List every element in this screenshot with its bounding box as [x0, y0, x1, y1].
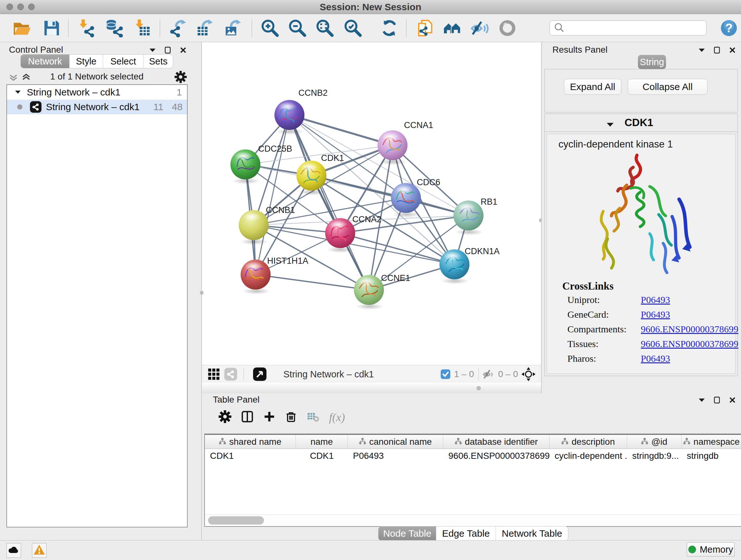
table-options-gear-icon[interactable]	[219, 410, 231, 424]
export-table-icon[interactable]	[195, 18, 214, 38]
network-node[interactable]: CCNB2	[274, 88, 328, 135]
zoom-selected-icon[interactable]	[343, 18, 362, 38]
search-box[interactable]	[549, 20, 706, 36]
column-header-shared-name[interactable]: shared name	[205, 435, 296, 449]
hidden-eye-icon	[483, 365, 495, 383]
network-node[interactable]: CDC25B	[230, 144, 292, 184]
network-node[interactable]: CCNB1	[239, 205, 295, 245]
network-view-title: String Network – cdk1	[283, 365, 374, 383]
column-header-name[interactable]: name	[296, 435, 348, 449]
import-network-database-icon[interactable]	[105, 18, 124, 38]
network-edge[interactable]	[289, 115, 393, 145]
network-node[interactable]: CDKN1A	[440, 246, 500, 284]
crosslink-link[interactable]: P06493	[641, 353, 670, 364]
network-node[interactable]: CCNA2	[325, 214, 382, 253]
hide-selected-icon[interactable]	[470, 18, 489, 38]
tab-style[interactable]: Style	[70, 55, 103, 68]
gray-orb-icon[interactable]	[498, 18, 517, 38]
node-label: RB1	[481, 197, 497, 206]
import-network-file-icon[interactable]	[77, 18, 96, 38]
warning-status-button[interactable]	[32, 543, 47, 558]
crosslink-link[interactable]: P06493	[641, 309, 670, 320]
birdseye-view-icon[interactable]	[253, 365, 266, 383]
zoom-fit-icon[interactable]	[315, 18, 334, 38]
network-label: String Network – cdk1	[46, 102, 139, 112]
table-cell[interactable]: 9606.ENSP00000378699	[443, 449, 549, 463]
network-node[interactable]: CCNE1	[354, 273, 410, 310]
show-columns-icon[interactable]	[241, 410, 254, 424]
expand-all-button[interactable]: Expand All	[564, 79, 621, 95]
tab-string[interactable]: String	[638, 55, 666, 69]
tab-edge-table[interactable]: Edge Table	[436, 526, 496, 541]
zoom-in-icon[interactable]	[260, 18, 280, 38]
share-document-icon[interactable]	[416, 18, 435, 38]
collapse-icon[interactable]	[14, 88, 22, 97]
tab-node-table[interactable]: Node Table	[379, 526, 436, 541]
network-canvas[interactable]: CCNB2 CCNA1 CDC25B CDK1 CDC6 RB1 CCNB1 C…	[202, 42, 541, 365]
collapse-all-button[interactable]: Collapse All	[628, 79, 708, 95]
table-cell[interactable]: P06493	[348, 449, 443, 463]
panel-float-icon[interactable]	[697, 396, 706, 406]
column-header-canonical-name[interactable]: canonical name	[348, 435, 443, 449]
tab-network-table[interactable]: Network Table	[496, 526, 568, 541]
table-cell[interactable]: cyclin-dependent ...	[549, 449, 627, 463]
table-panel: Table Panel f(x) shared namenamecanonica…	[202, 393, 741, 540]
add-column-icon[interactable]	[263, 411, 275, 424]
crosslink-link[interactable]: 9606.ENSP00000378699	[641, 324, 738, 334]
crosslink-link[interactable]: 9606.ENSP00000378699	[641, 338, 738, 349]
zoom-out-icon[interactable]	[288, 18, 307, 38]
panel-maximize-icon[interactable]	[713, 396, 721, 406]
panel-maximize-icon[interactable]	[713, 46, 721, 56]
panel-close-icon[interactable]	[728, 396, 737, 406]
scrollbar-thumb[interactable]	[208, 516, 264, 524]
grid-view-icon[interactable]	[208, 365, 220, 383]
tab-network[interactable]: Network	[21, 55, 70, 68]
network-edge[interactable]	[256, 274, 369, 290]
birdseye-toggle-icon[interactable]	[521, 365, 536, 383]
cloud-status-button[interactable]	[6, 543, 21, 558]
left-splitter-handle[interactable]	[200, 291, 204, 295]
network-node[interactable]: HIST1H1A	[241, 256, 308, 294]
selected-checkbox[interactable]	[441, 365, 450, 383]
search-input[interactable]	[564, 23, 703, 33]
help-icon[interactable]: ?	[719, 18, 738, 38]
table-horizontal-scrollbar[interactable]	[205, 514, 741, 526]
panel-close-icon[interactable]	[179, 46, 187, 56]
column-header-description[interactable]: description	[549, 435, 627, 449]
function-builder-icon: f(x)	[329, 411, 345, 424]
column-type-icon	[359, 437, 366, 447]
network-list-item[interactable]: String Network – cdk11148	[7, 100, 187, 114]
column-header-database-identifier[interactable]: database identifier	[443, 435, 549, 449]
column-header-namespace[interactable]: namespace	[682, 435, 741, 449]
panel-close-icon[interactable]	[728, 46, 737, 56]
refresh-view-icon[interactable]	[380, 18, 399, 38]
network-node[interactable]: CCNA1	[378, 120, 433, 165]
save-session-icon[interactable]	[42, 18, 61, 38]
export-network-icon[interactable]	[169, 18, 188, 38]
tab-sets[interactable]: Sets	[144, 55, 173, 68]
open-session-icon[interactable]	[13, 18, 32, 38]
export-image-icon[interactable]	[223, 18, 243, 38]
node-label: CCNA2	[352, 214, 382, 224]
column-header--id[interactable]: @id	[627, 435, 682, 449]
network-options-gear-icon[interactable]	[175, 71, 187, 84]
network-list-item[interactable]: String Network – cdk11	[7, 85, 187, 100]
tab-select[interactable]: Select	[103, 55, 144, 68]
table-cell[interactable]: stringdb	[682, 449, 741, 463]
table-row[interactable]: CDK1CDK1P064939606.ENSP00000378699cyclin…	[205, 449, 741, 463]
table-cell[interactable]: CDK1	[205, 449, 296, 463]
delete-column-icon[interactable]	[285, 411, 297, 424]
network-edge[interactable]	[256, 115, 289, 274]
control-panel: Control Panel NetworkStyleSelectSets 1 o…	[0, 42, 202, 540]
network-node[interactable]: RB1	[454, 197, 497, 235]
memory-button[interactable]: Memory	[687, 543, 735, 557]
panel-float-icon[interactable]	[697, 46, 706, 56]
table-cell[interactable]: CDK1	[296, 449, 348, 463]
show-all-homes-icon[interactable]	[443, 18, 462, 38]
results-actions-box: Expand All Collapse All	[544, 69, 738, 112]
network-share-icon[interactable]	[224, 365, 237, 383]
crosslink-link[interactable]: P06493	[641, 294, 670, 305]
table-cell[interactable]: stringdb:9...	[627, 449, 682, 463]
gene-header[interactable]: CDK1	[545, 114, 738, 132]
import-table-file-icon[interactable]	[133, 18, 152, 38]
